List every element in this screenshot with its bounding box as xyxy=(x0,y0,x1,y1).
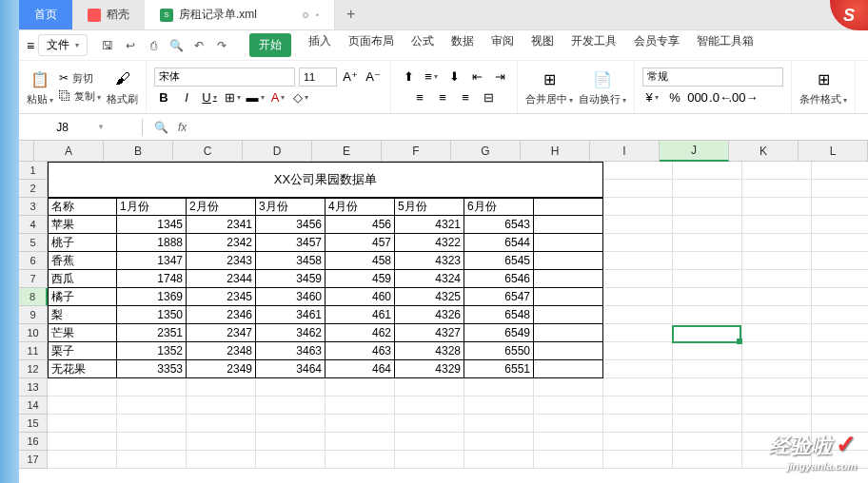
bold-button[interactable]: B xyxy=(154,88,173,107)
merge-across-icon[interactable]: ⊟ xyxy=(479,88,498,107)
cell-B15[interactable] xyxy=(117,415,187,433)
cell-C17[interactable] xyxy=(187,451,256,469)
cell-J4[interactable] xyxy=(673,216,742,234)
row-head-5[interactable]: 5 xyxy=(19,234,48,252)
preview-icon[interactable]: 🔍 xyxy=(168,37,185,54)
copy-button[interactable]: ⿻复制 xyxy=(59,89,101,104)
cell-J11[interactable] xyxy=(673,342,742,360)
cell-H12[interactable] xyxy=(534,360,603,378)
cell-J16[interactable] xyxy=(673,433,742,451)
cell-I6[interactable] xyxy=(603,252,673,270)
col-head-C[interactable]: C xyxy=(173,141,243,162)
row-head-9[interactable]: 9 xyxy=(19,306,48,324)
cell-A3[interactable]: 名称 xyxy=(48,198,117,216)
cell-H8[interactable] xyxy=(534,288,603,306)
file-menu[interactable]: 文件 xyxy=(38,34,88,56)
tab-review[interactable]: 审阅 xyxy=(491,33,514,57)
cell-G12[interactable]: 6551 xyxy=(464,360,534,378)
align-middle-icon[interactable]: ≡ xyxy=(422,68,441,87)
cell-D14[interactable] xyxy=(256,396,326,415)
cancel-formula-icon[interactable]: 🔍 xyxy=(154,121,168,134)
col-head-H[interactable]: H xyxy=(521,141,590,162)
cell-J2[interactable] xyxy=(673,180,742,198)
row-head-15[interactable]: 15 xyxy=(19,415,48,433)
fill-color-button[interactable]: ▬ xyxy=(246,88,265,107)
cell-G4[interactable]: 6543 xyxy=(464,216,534,234)
cell-G14[interactable] xyxy=(464,396,534,415)
cell-K5[interactable] xyxy=(742,234,812,252)
col-head-K[interactable]: K xyxy=(729,141,799,162)
tab-smart[interactable]: 智能工具箱 xyxy=(697,33,754,57)
cell-D15[interactable] xyxy=(256,415,326,433)
cell-I7[interactable] xyxy=(603,270,673,288)
row-head-10[interactable]: 10 xyxy=(19,324,48,342)
cell-F10[interactable]: 4327 xyxy=(395,324,464,342)
cell-G16[interactable] xyxy=(464,433,534,451)
border-button[interactable]: ⊞ xyxy=(223,88,242,107)
cell-J10[interactable] xyxy=(673,324,742,342)
cell-A6[interactable]: 香蕉 xyxy=(48,252,117,270)
cell-B17[interactable] xyxy=(117,451,187,469)
cell-E7[interactable]: 459 xyxy=(326,270,395,288)
cell-K11[interactable] xyxy=(742,342,812,360)
tab-insert[interactable]: 插入 xyxy=(308,33,331,57)
cell-J12[interactable] xyxy=(673,360,742,378)
cell-F17[interactable] xyxy=(395,451,464,469)
row-head-7[interactable]: 7 xyxy=(19,270,48,288)
cell-I1[interactable] xyxy=(603,162,673,180)
cell-A13[interactable] xyxy=(48,378,117,396)
cell-I16[interactable] xyxy=(603,433,673,451)
cell-H16[interactable] xyxy=(534,433,603,451)
cell-F6[interactable]: 4323 xyxy=(395,252,464,270)
row-head-16[interactable]: 16 xyxy=(19,433,48,451)
cell-G17[interactable] xyxy=(464,451,534,469)
cell-K8[interactable] xyxy=(742,288,812,306)
cell-D12[interactable]: 3464 xyxy=(256,360,326,378)
cell-I5[interactable] xyxy=(603,234,673,252)
cell-A10[interactable]: 芒果 xyxy=(48,324,117,342)
cell-A9[interactable]: 梨 xyxy=(48,306,117,324)
name-box[interactable]: J8 ▼ xyxy=(19,119,143,136)
cell-F3[interactable]: 5月份 xyxy=(395,198,464,216)
cell-C5[interactable]: 2342 xyxy=(187,234,256,252)
tab-start[interactable]: 开始 xyxy=(249,33,291,57)
cell-E13[interactable] xyxy=(326,378,395,396)
cell-B5[interactable]: 1888 xyxy=(117,234,187,252)
cell-L13[interactable] xyxy=(812,378,868,396)
cell-L14[interactable] xyxy=(812,396,868,415)
cell-D9[interactable]: 3461 xyxy=(256,306,326,324)
sheet-title-cell[interactable]: XX公司果园数据单 xyxy=(48,162,603,198)
cell-A11[interactable]: 栗子 xyxy=(48,342,117,360)
cell-C12[interactable]: 2349 xyxy=(187,360,256,378)
cell-E6[interactable]: 458 xyxy=(326,252,395,270)
row-head-17[interactable]: 17 xyxy=(19,451,48,469)
cell-I2[interactable] xyxy=(603,180,673,198)
font-select[interactable] xyxy=(154,68,295,87)
cell-H6[interactable] xyxy=(534,252,603,270)
cell-K6[interactable] xyxy=(742,252,812,270)
row-head-3[interactable]: 3 xyxy=(19,198,48,216)
cell-C13[interactable] xyxy=(187,378,256,396)
cell-I17[interactable] xyxy=(603,451,673,469)
cell-I8[interactable] xyxy=(603,288,673,306)
cell-L3[interactable] xyxy=(812,198,868,216)
col-head-F[interactable]: F xyxy=(382,141,451,162)
cell-F12[interactable]: 4329 xyxy=(395,360,464,378)
cell-H4[interactable] xyxy=(534,216,603,234)
cell-D16[interactable] xyxy=(256,433,326,451)
cell-I9[interactable] xyxy=(603,306,673,324)
align-center-icon[interactable]: ≡ xyxy=(433,88,452,107)
cell-F16[interactable] xyxy=(395,433,464,451)
cell-J17[interactable] xyxy=(673,451,742,469)
cell-K9[interactable] xyxy=(742,306,812,324)
cell-J8[interactable] xyxy=(673,288,742,306)
cell-K3[interactable] xyxy=(742,198,812,216)
cell-L7[interactable] xyxy=(812,270,868,288)
cell-E3[interactable]: 4月份 xyxy=(326,198,395,216)
cond-format-icon[interactable]: ⊞ xyxy=(812,68,835,90)
cell-I13[interactable] xyxy=(603,378,673,396)
cell-D6[interactable]: 3458 xyxy=(256,252,326,270)
tab-file[interactable]: S 房租记录单.xml ▪ xyxy=(145,0,335,29)
cell-D5[interactable]: 3457 xyxy=(256,234,326,252)
cell-E11[interactable]: 463 xyxy=(326,342,395,360)
